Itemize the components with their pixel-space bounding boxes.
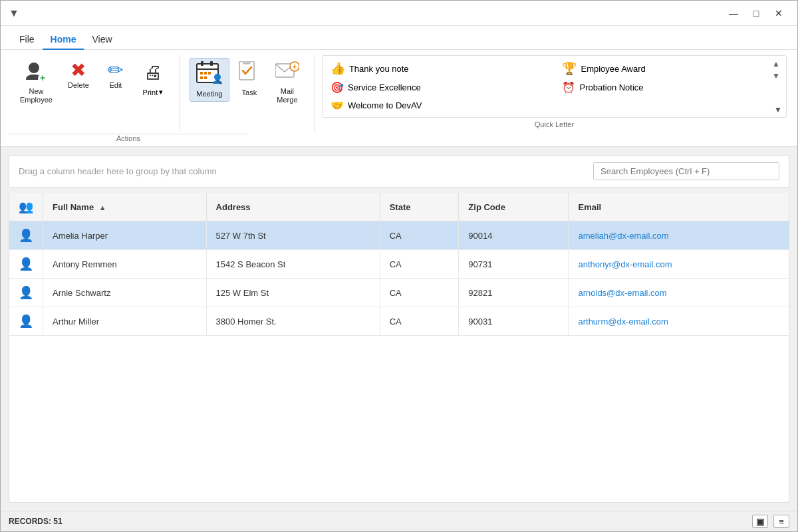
svg-rect-9 (208, 72, 211, 74)
list-view-icon[interactable]: ≡ (773, 515, 789, 528)
svg-rect-7 (200, 72, 203, 74)
close-button[interactable]: ✕ (768, 5, 789, 22)
person-icon-4: 👤 (19, 315, 33, 328)
menu-item-home[interactable]: Home (43, 30, 84, 50)
ql-chevron-up[interactable]: ▲ (770, 59, 782, 69)
th-address[interactable]: Address (206, 193, 380, 221)
table-body: 👤 Amelia Harper 527 W 7th St CA 90014 am… (9, 221, 789, 336)
new-employee-icon: + (25, 61, 47, 86)
employee-award-label: Employee Award (581, 64, 645, 74)
new-employee-svg: + (25, 61, 47, 82)
td-zip-4: 90031 (459, 307, 569, 336)
svg-rect-5 (201, 61, 203, 66)
quick-letter-chevrons: ▲ ▼ (770, 59, 782, 81)
quick-letter-service-excellence[interactable]: 🎯 Service Excellence (328, 80, 549, 95)
quick-letter-welcome[interactable]: 🤝 Welcome to DevAV (328, 98, 781, 113)
edit-button[interactable]: ✏ Edit (98, 58, 133, 93)
meeting-label: Meeting (196, 90, 222, 98)
td-email-2: anthonyr@dx-email.com (569, 250, 789, 279)
svg-rect-10 (200, 76, 203, 79)
table-row[interactable]: 👤 Arthur Miller 3800 Homer St. CA 90031 … (9, 307, 789, 336)
print-label: Print (143, 88, 158, 96)
th-full-name-label: Full Name (53, 202, 94, 212)
td-state-3: CA (380, 279, 459, 307)
minimize-button[interactable]: — (723, 5, 744, 22)
main-content: Drag a column header here to group by th… (1, 147, 797, 511)
quick-letter-row-2: 🎯 Service Excellence ⏰ Probation Notice (328, 80, 781, 95)
new-employee-button[interactable]: + New Employee (14, 58, 59, 108)
svg-text:+: + (40, 72, 45, 82)
th-email[interactable]: Email (569, 193, 789, 221)
td-email-3: arnolds@dx-email.com (569, 279, 789, 307)
service-excellence-label: Service Excellence (348, 82, 421, 92)
td-zip-2: 90731 (459, 250, 569, 279)
maximize-button[interactable]: □ (745, 5, 767, 22)
td-address-2: 1542 S Beacon St (206, 250, 380, 279)
person-icon-1: 👤 (19, 229, 33, 242)
quick-letter-employee-award[interactable]: 🏆 Employee Award (559, 60, 781, 77)
welcome-devav-label: Welcome to DevAV (348, 100, 422, 110)
quick-letter-probation-notice[interactable]: ⏰ Probation Notice (559, 80, 781, 95)
grid-view-icon[interactable]: ▣ (752, 515, 768, 528)
td-address-1: 527 W 7th St (206, 221, 380, 250)
person-icon-2: 👤 (19, 257, 33, 271)
svg-rect-8 (204, 72, 207, 74)
ribbon-group-actions-items: + New Employee ✖ Delete ✏ Edit (9, 55, 176, 132)
task-svg (238, 61, 261, 84)
th-state[interactable]: State (380, 193, 459, 221)
quick-letter-panel: ▲ ▼ 👍 Thank you note 🏆 Employee Award (322, 55, 787, 118)
svg-rect-6 (210, 61, 213, 66)
delete-button[interactable]: ✖ Delete (61, 58, 96, 93)
table-row[interactable]: 👤 Antony Remmen 1542 S Beacon St CA 9073… (9, 250, 789, 279)
th-person-icon: 👥 (19, 200, 33, 213)
task-label: Task (242, 88, 257, 97)
td-zip-1: 90014 (459, 221, 569, 250)
ribbon-separator-1 (180, 55, 180, 132)
task-button[interactable]: Task (232, 58, 267, 100)
quick-letter-thank-you[interactable]: 👍 Thank you note (328, 60, 549, 77)
mail-merge-button[interactable]: + Mail Merge (269, 58, 305, 108)
menu-item-file[interactable]: File (11, 30, 43, 50)
print-button[interactable]: 🖨 (136, 58, 170, 85)
title-bar-controls: — □ ✕ (723, 5, 789, 22)
ribbon-labels-row: Actions (9, 132, 789, 146)
mail-merge-svg: + (275, 61, 299, 82)
quick-letter-row-1: 👍 Thank you note 🏆 Employee Award (328, 60, 781, 77)
th-zip-code[interactable]: Zip Code (459, 193, 569, 221)
service-excellence-icon: 🎯 (331, 81, 344, 94)
thank-you-label: Thank you note (349, 64, 409, 74)
ribbon-content: + New Employee ✖ Delete ✏ Edit (9, 55, 789, 132)
td-full-name-2: Antony Remmen (43, 250, 207, 279)
td-icon-3: 👤 (9, 279, 43, 307)
quick-letter-row-3: 🤝 Welcome to DevAV (328, 98, 781, 113)
table-row[interactable]: 👤 Amelia Harper 527 W 7th St CA 90014 am… (9, 221, 789, 250)
th-full-name[interactable]: Full Name ▲ (43, 193, 207, 221)
ribbon-group-meeting-items: Meeting ↖ Task (184, 55, 311, 132)
edit-icon: ✏ (108, 61, 123, 80)
welcome-devav-icon: 🤝 (331, 99, 344, 112)
new-employee-label: New Employee (20, 87, 53, 104)
app-menu-icon[interactable]: ▼ (9, 7, 19, 19)
table-row[interactable]: 👤 Arnie Schwartz 125 W Elm St CA 92821 a… (9, 279, 789, 307)
print-dropdown[interactable]: Print ▾ (140, 86, 167, 98)
meeting-button[interactable]: Meeting ↖ (190, 58, 229, 102)
employee-table: 👥 Full Name ▲ Address State Zip Code Ema… (9, 193, 789, 336)
ql-chevron-down[interactable]: ▼ (770, 70, 782, 81)
menu-bar: File Home View (1, 26, 797, 50)
search-input[interactable] (593, 162, 779, 180)
td-email-1: ameliah@dx-email.com (569, 221, 789, 250)
td-icon-2: 👤 (9, 250, 43, 279)
td-state-4: CA (380, 307, 459, 336)
edit-label: Edit (109, 81, 122, 90)
ql-scroll-icon[interactable]: ▼ (774, 105, 782, 114)
probation-notice-label: Probation Notice (579, 82, 643, 92)
svg-point-0 (29, 63, 39, 73)
menu-item-view[interactable]: View (84, 30, 120, 50)
svg-rect-11 (204, 76, 207, 79)
th-icon[interactable]: 👥 (9, 193, 43, 221)
ribbon-group-actions: + New Employee ✖ Delete ✏ Edit (9, 55, 176, 132)
cursor-icon: ↖ (215, 77, 222, 86)
td-address-3: 125 W Elm St (206, 279, 380, 307)
thank-you-icon: 👍 (331, 61, 345, 76)
print-chevron-icon: ▾ (159, 88, 163, 96)
